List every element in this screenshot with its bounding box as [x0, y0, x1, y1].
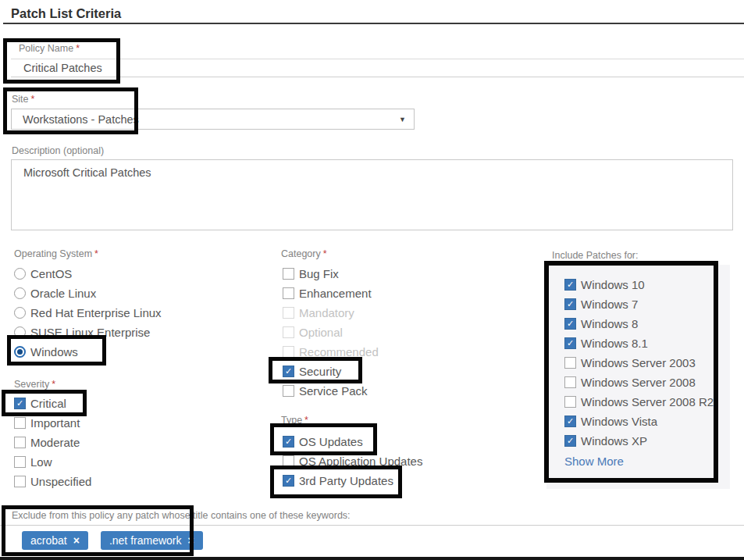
checkbox-os-application-updates[interactable]: OS Application Updates: [283, 451, 422, 471]
site-dropdown[interactable]: Workstations - Patches ▼: [11, 109, 415, 130]
option-label: Windows Vista: [581, 415, 657, 428]
option-label: Oracle Linux: [30, 287, 96, 300]
site-label-text: Site: [12, 94, 29, 105]
checkbox-control[interactable]: ✓: [564, 337, 576, 349]
policy-name-label: Policy Name*: [19, 43, 80, 54]
checkbox-mandatory: Mandatory: [283, 303, 379, 323]
option-label: Enhancement: [299, 287, 372, 300]
type-label-text: Type: [281, 415, 302, 426]
option-label: Red Hat Enterprise Linux: [30, 306, 162, 319]
checkbox-control[interactable]: [14, 456, 26, 468]
checkbox-important[interactable]: Important: [14, 413, 91, 433]
checkbox-bug-fix[interactable]: Bug Fix: [283, 264, 379, 284]
required-asterisk: *: [52, 379, 55, 390]
checkbox-unspecified[interactable]: Unspecified: [14, 472, 91, 491]
checkbox-control[interactable]: ✓: [564, 298, 576, 310]
checkbox-control[interactable]: [283, 287, 294, 299]
checkbox-control[interactable]: [14, 437, 26, 448]
checkbox-windows-8-1[interactable]: ✓Windows 8.1: [564, 334, 730, 353]
option-label: Security: [299, 365, 341, 378]
bottom-divider: [0, 557, 744, 560]
radio-red-hat-enterprise-linux[interactable]: Red Hat Enterprise Linux: [14, 303, 162, 323]
title-divider: [3, 23, 744, 24]
checkbox-control[interactable]: ✓: [564, 279, 576, 291]
checkbox-windows-xp[interactable]: ✓Windows XP: [564, 431, 730, 451]
option-label: Recommended: [299, 345, 379, 358]
checkbox-windows-7[interactable]: ✓Windows 7: [564, 294, 730, 314]
keyword-chip-label: .net framework: [109, 534, 182, 547]
radio-control[interactable]: [14, 287, 26, 299]
remove-keyword-icon[interactable]: ×: [73, 535, 80, 546]
severity-label: Severity*: [14, 379, 55, 390]
category-options: Bug FixEnhancementMandatoryOptionalRecom…: [283, 264, 379, 401]
option-label: Windows 8: [581, 317, 638, 330]
checkbox-control[interactable]: [283, 455, 294, 467]
radio-control[interactable]: [14, 326, 26, 338]
option-label: Windows XP: [581, 434, 647, 448]
option-label: Windows Server 2008: [581, 376, 696, 389]
checkbox-control[interactable]: ✓: [564, 416, 576, 427]
checkbox-low[interactable]: Low: [14, 452, 91, 472]
option-label: Windows: [30, 345, 78, 358]
radio-suse-linux-enterprise[interactable]: SUSE Linux Enterprise: [14, 323, 162, 342]
checkbox-windows-server-2008[interactable]: Windows Server 2008: [564, 373, 730, 392]
checkbox-control[interactable]: ✓: [14, 398, 26, 409]
checkbox-control[interactable]: ✓: [283, 436, 294, 448]
operating-system-options: CentOSOracle LinuxRed Hat Enterprise Lin…: [14, 264, 162, 362]
checkbox-critical[interactable]: ✓Critical: [14, 394, 91, 413]
option-label: Windows Server 2003: [581, 356, 696, 369]
checkbox-control[interactable]: ✓: [564, 435, 576, 447]
radio-control[interactable]: [14, 268, 26, 280]
checkbox-service-pack[interactable]: Service Pack: [283, 381, 379, 401]
option-label: Windows Server 2008 R2: [581, 395, 714, 408]
option-label: Moderate: [30, 436, 80, 449]
option-label: Critical: [30, 397, 66, 410]
dropdown-caret-icon[interactable]: ▼: [399, 116, 406, 123]
radio-windows[interactable]: Windows: [14, 342, 162, 362]
checkbox-control[interactable]: [564, 396, 576, 408]
checkbox-control[interactable]: [14, 417, 26, 429]
description-textarea[interactable]: Microsoft Critical Patches: [11, 159, 733, 230]
category-label-text: Category: [281, 248, 321, 259]
show-more-link[interactable]: Show More: [564, 455, 624, 468]
radio-dot: [17, 349, 23, 355]
checkbox-control[interactable]: ✓: [283, 475, 294, 487]
checkbox-control[interactable]: ✓: [283, 366, 294, 377]
checkbox-control[interactable]: [564, 357, 576, 369]
radio-oracle-linux[interactable]: Oracle Linux: [14, 284, 162, 303]
option-label: Unspecified: [30, 475, 91, 488]
checkbox-control[interactable]: [14, 476, 26, 487]
required-asterisk: *: [323, 248, 327, 259]
checkbox-windows-vista[interactable]: ✓Windows Vista: [564, 412, 730, 431]
remove-keyword-icon[interactable]: ×: [187, 535, 194, 546]
type-label: Type*: [281, 415, 308, 426]
operating-system-label-text: Operating System: [14, 248, 92, 259]
radio-control[interactable]: [14, 346, 26, 358]
checkbox-windows-8[interactable]: ✓Windows 8: [564, 314, 730, 334]
checkbox-security[interactable]: ✓Security: [283, 362, 379, 381]
option-label: CentOS: [30, 267, 72, 280]
checkbox-control[interactable]: [564, 376, 576, 388]
checkbox-windows-10[interactable]: ✓Windows 10: [564, 275, 730, 294]
option-label: Low: [30, 455, 52, 469]
include-patches-label: Include Patches for:: [552, 250, 638, 261]
checkbox-control[interactable]: ✓: [564, 318, 576, 330]
policy-name-input[interactable]: [11, 59, 744, 77]
checkbox-enhancement[interactable]: Enhancement: [283, 284, 379, 303]
checkbox-windows-server-2003[interactable]: Windows Server 2003: [564, 353, 730, 373]
checkbox-control[interactable]: [283, 385, 294, 397]
option-label: OS Updates: [299, 435, 363, 448]
radio-control[interactable]: [14, 307, 26, 319]
checkbox-control: [283, 326, 294, 338]
required-asterisk: *: [76, 43, 80, 54]
checkbox-windows-server-2008-r2[interactable]: Windows Server 2008 R2: [564, 392, 730, 412]
keyword-chip-net-framework: .net framework×: [101, 531, 203, 550]
checkbox-os-updates[interactable]: ✓OS Updates: [283, 432, 422, 451]
checkbox-3rd-party-updates[interactable]: ✓3rd Party Updates: [283, 471, 422, 490]
checkbox-control: [283, 307, 294, 319]
option-label: OS Application Updates: [299, 455, 422, 468]
checkbox-moderate[interactable]: Moderate: [14, 433, 91, 452]
checkbox-optional: Optional: [283, 323, 379, 342]
radio-centos[interactable]: CentOS: [14, 264, 162, 284]
checkbox-control[interactable]: [283, 268, 294, 280]
